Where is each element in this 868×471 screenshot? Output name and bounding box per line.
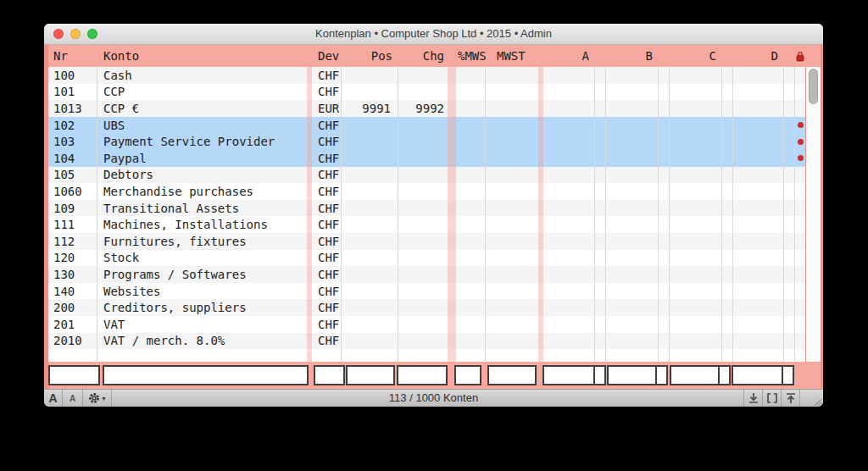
cell-dev: CHF: [312, 200, 342, 217]
cell-separator: [784, 299, 795, 316]
scrollbar-thumb[interactable]: [809, 69, 818, 104]
arrow-up-to-line-button[interactable]: [781, 390, 799, 407]
titlebar[interactable]: Kontenplan • Computer Shop Ltd • 2015 • …: [44, 24, 823, 45]
cell-separator: [722, 233, 733, 250]
cell-separator: [733, 183, 784, 200]
cell-separator: [722, 316, 733, 333]
table-row[interactable]: 1013CCP €EUR99919992: [48, 100, 805, 117]
footer-input-mwst[interactable]: [487, 365, 537, 385]
table-row[interactable]: 100CashCHF: [48, 67, 805, 84]
table-row[interactable]: 201VATCHF: [48, 316, 805, 333]
cell-separator: [448, 216, 456, 233]
cell-separator: [670, 233, 722, 250]
cell-separator: [784, 349, 795, 362]
table-row[interactable]: 200Creditors, suppliersCHF: [48, 299, 805, 316]
cell-separator: [595, 333, 606, 350]
table-row[interactable]: 120StockCHF: [48, 250, 805, 267]
cell-separator: [448, 200, 456, 217]
cell-chg: [398, 283, 448, 300]
cell-separator: [606, 233, 659, 250]
cell-dot: [795, 150, 805, 167]
font-large-button[interactable]: A: [44, 390, 63, 407]
cell-chg: [398, 299, 448, 316]
cell-separator: [733, 233, 784, 250]
footer-input-dev[interactable]: [314, 365, 345, 385]
table-row[interactable]: 130Programs / SoftwaresCHF: [48, 266, 805, 283]
cell-separator: [733, 216, 784, 233]
footer-input-a[interactable]: [542, 365, 606, 385]
frame-button[interactable]: [762, 390, 781, 407]
cell-konto: Transitional Assets: [97, 200, 307, 217]
cell-separator: [595, 283, 606, 300]
footer-input-d[interactable]: [732, 365, 794, 385]
close-button[interactable]: [53, 29, 64, 39]
cell-separator: [670, 100, 722, 117]
minimize-button[interactable]: [70, 29, 81, 39]
cell-dev: CHF: [312, 283, 342, 300]
cell-chg: [398, 84, 448, 101]
footer-input-konto[interactable]: [103, 365, 309, 385]
cell-separator: [784, 283, 795, 300]
cell-pos: [342, 200, 398, 217]
table-row[interactable]: 111Machines, InstallationsCHF: [48, 216, 805, 233]
cell-dev: EUR: [312, 100, 342, 117]
cell-separator: [543, 117, 595, 134]
vertical-scrollbar[interactable]: [805, 67, 821, 362]
cell-separator: [659, 200, 670, 217]
table-row[interactable]: 101CCPCHF: [48, 84, 805, 101]
cell-separator: [733, 67, 784, 84]
cell-konto: Stock: [97, 250, 307, 267]
cell-mwst: [486, 299, 538, 316]
cell-separator: [606, 283, 659, 300]
cell-chg: [398, 250, 448, 267]
footer-input-mws[interactable]: [454, 365, 481, 385]
cell-separator: [595, 117, 606, 134]
table-row[interactable]: 104PaypalCHF: [48, 150, 805, 167]
cell-separator: [543, 266, 595, 283]
cell-separator: [722, 183, 733, 200]
cell-separator: [543, 84, 595, 101]
cell-pos: [342, 133, 398, 150]
gear-menu-button[interactable]: ▾: [83, 390, 112, 407]
table-row[interactable]: 102UBSCHF: [48, 117, 805, 134]
table-row[interactable]: 103Payment Service ProviderCHF: [48, 133, 805, 150]
zoom-button[interactable]: [87, 29, 97, 39]
flag-dot: [798, 155, 804, 161]
table-row[interactable]: 140WebsitesCHF: [48, 283, 805, 300]
cell-konto: CCP €: [97, 100, 307, 117]
cell-dev: CHF: [312, 333, 342, 350]
footer-input-chg[interactable]: [397, 365, 448, 385]
table-row[interactable]: 105DebtorsCHF: [48, 167, 805, 184]
cell-separator: [659, 266, 670, 283]
arrow-down-to-line-button[interactable]: [743, 390, 762, 407]
table-filler-row: [48, 349, 805, 362]
cell-pos: [342, 233, 398, 250]
table-row[interactable]: 1060Merchandise purchasesCHF: [48, 183, 805, 200]
cell-separator: [606, 299, 659, 316]
cell-separator: [595, 250, 606, 267]
table-row[interactable]: 109Transitional AssetsCHF: [48, 200, 805, 217]
cell-nr: 104: [48, 150, 97, 167]
font-small-button[interactable]: A: [63, 390, 83, 407]
cell-separator: [595, 299, 606, 316]
cell-mwst: [486, 233, 538, 250]
cell-dev: CHF: [312, 250, 342, 267]
cell-separator: [606, 183, 659, 200]
cell-separator: [670, 316, 722, 333]
table-row[interactable]: 2010VAT / merch. 8.0%CHF: [48, 333, 805, 350]
cell-chg: [398, 183, 448, 200]
table-row[interactable]: 112Furnitures, fixturesCHF: [48, 233, 805, 250]
cell-konto: VAT / merch. 8.0%: [97, 333, 307, 350]
cell-separator: [543, 67, 595, 84]
footer-input-pos[interactable]: [346, 365, 395, 385]
cell-separator: [448, 233, 456, 250]
footer-input-c[interactable]: [670, 365, 731, 385]
cell-dot: [795, 133, 805, 150]
window-title: Kontenplan • Computer Shop Ltd • 2015 • …: [44, 24, 823, 44]
cell-chg: [398, 117, 448, 134]
arrow-up-to-line-icon: [784, 391, 798, 405]
footer-input-b[interactable]: [607, 365, 668, 385]
cell-dot: [795, 67, 805, 84]
footer-input-nr[interactable]: [48, 365, 100, 385]
resize-grip[interactable]: [799, 390, 823, 407]
